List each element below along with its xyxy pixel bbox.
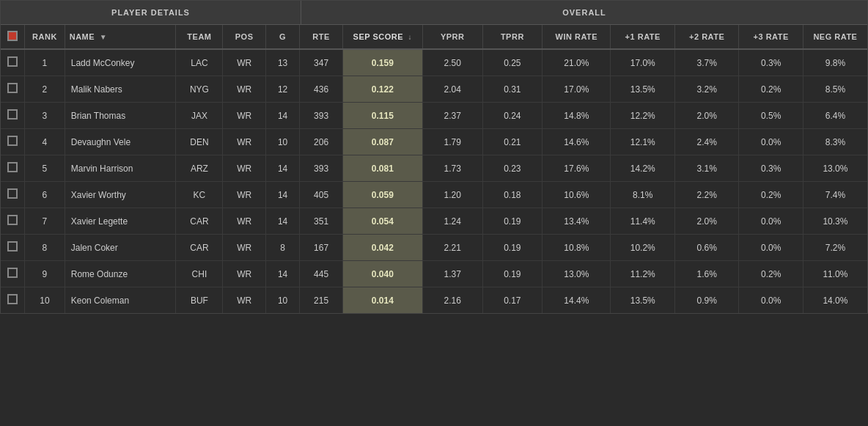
cell-name: Xavier Worthy (65, 182, 176, 208)
cell-name: Jalen Coker (65, 235, 176, 261)
cell-plus1-rate: 13.5% (611, 287, 674, 314)
row-checkbox-cell[interactable] (1, 76, 25, 103)
cell-team: CAR (176, 208, 223, 235)
row-checkbox[interactable] (7, 162, 18, 172)
row-checkbox[interactable] (7, 188, 18, 199)
cell-plus2-rate: 0.6% (674, 235, 738, 261)
cell-plus3-rate: 0.0% (739, 287, 803, 314)
cell-win-rate: 14.4% (542, 287, 611, 314)
select-all-checkbox[interactable] (7, 31, 18, 41)
cell-tprr: 0.23 (482, 155, 542, 182)
cell-pos: WR (223, 155, 265, 182)
row-checkbox[interactable] (7, 241, 18, 251)
header-yprr: YPRR (422, 25, 482, 49)
cell-pos: WR (223, 103, 265, 129)
cell-name: Brian Thomas (65, 103, 176, 129)
cell-plus2-rate: 2.0% (674, 208, 738, 235)
cell-plus1-rate: 8.1% (611, 182, 674, 208)
row-checkbox-cell[interactable] (1, 49, 25, 76)
cell-name: Rome Odunze (65, 261, 176, 287)
cell-rte: 393 (300, 155, 342, 182)
overall-section-header: OVERALL (301, 1, 867, 24)
cell-win-rate: 14.8% (542, 103, 611, 129)
row-checkbox-cell[interactable] (1, 129, 25, 155)
cell-name: Xavier Legette (65, 208, 176, 235)
cell-plus1-rate: 14.2% (611, 155, 674, 182)
table-header-row: Rank Name ▼ Team POS G RTE (1, 25, 867, 49)
row-checkbox[interactable] (7, 294, 18, 304)
cell-win-rate: 17.0% (542, 76, 611, 103)
cell-plus3-rate: 0.2% (739, 182, 803, 208)
cell-win-rate: 21.0% (542, 49, 611, 76)
header-name[interactable]: Name ▼ (65, 25, 176, 49)
cell-win-rate: 13.0% (542, 261, 611, 287)
row-checkbox-cell[interactable] (1, 103, 25, 129)
cell-neg-rate: 14.0% (803, 287, 867, 314)
header-checkbox-cell[interactable] (1, 25, 25, 49)
cell-rte: 393 (300, 103, 342, 129)
header-sep-score[interactable]: SEP SCORE ↓ (342, 25, 422, 49)
header-plus1-rate: +1 Rate (611, 25, 674, 49)
row-checkbox[interactable] (7, 268, 18, 278)
cell-rank: 7 (25, 208, 65, 235)
cell-plus2-rate: 2.2% (674, 182, 738, 208)
header-plus2-rate: +2 Rate (674, 25, 738, 49)
cell-plus3-rate: 0.0% (739, 208, 803, 235)
cell-g: 8 (265, 235, 300, 261)
cell-team: DEN (176, 129, 223, 155)
cell-rank: 8 (25, 235, 65, 261)
cell-name: Keon Coleman (65, 287, 176, 314)
header-tprr: TPRR (482, 25, 542, 49)
cell-team: KC (176, 182, 223, 208)
cell-g: 12 (265, 76, 300, 103)
header-pos: POS (223, 25, 265, 49)
table-row: 7 Xavier Legette CAR WR 14 351 0.054 1.2… (1, 208, 867, 235)
cell-name: Malik Nabers (65, 76, 176, 103)
table-row: 2 Malik Nabers NYG WR 12 436 0.122 2.04 … (1, 76, 867, 103)
cell-win-rate: 17.6% (542, 155, 611, 182)
cell-plus1-rate: 11.4% (611, 208, 674, 235)
cell-plus2-rate: 1.6% (674, 261, 738, 287)
cell-pos: WR (223, 287, 265, 314)
cell-plus3-rate: 0.0% (739, 235, 803, 261)
row-checkbox-cell[interactable] (1, 287, 25, 314)
row-checkbox-cell[interactable] (1, 261, 25, 287)
cell-team: ARZ (176, 155, 223, 182)
cell-rank: 1 (25, 49, 65, 76)
cell-win-rate: 14.6% (542, 129, 611, 155)
cell-plus3-rate: 0.5% (739, 103, 803, 129)
cell-tprr: 0.19 (482, 235, 542, 261)
row-checkbox[interactable] (7, 136, 18, 146)
row-checkbox[interactable] (7, 109, 18, 120)
cell-tprr: 0.31 (482, 76, 542, 103)
cell-neg-rate: 7.4% (803, 182, 867, 208)
table-row: 6 Xavier Worthy KC WR 14 405 0.059 1.20 … (1, 182, 867, 208)
table-body: 1 Ladd McConkey LAC WR 13 347 0.159 2.50… (1, 49, 867, 313)
cell-yprr: 1.37 (422, 261, 482, 287)
header-g: G (265, 25, 300, 49)
cell-neg-rate: 6.4% (803, 103, 867, 129)
cell-neg-rate: 11.0% (803, 261, 867, 287)
row-checkbox-cell[interactable] (1, 208, 25, 235)
cell-tprr: 0.24 (482, 103, 542, 129)
row-checkbox-cell[interactable] (1, 182, 25, 208)
cell-tprr: 0.21 (482, 129, 542, 155)
name-filter-icon[interactable]: ▼ (100, 33, 107, 41)
cell-pos: WR (223, 49, 265, 76)
cell-neg-rate: 8.3% (803, 129, 867, 155)
row-checkbox[interactable] (7, 215, 18, 225)
cell-tprr: 0.19 (482, 208, 542, 235)
table-row: 1 Ladd McConkey LAC WR 13 347 0.159 2.50… (1, 49, 867, 76)
cell-sep-score: 0.040 (342, 261, 422, 287)
table-row: 5 Marvin Harrison ARZ WR 14 393 0.081 1.… (1, 155, 867, 182)
row-checkbox-cell[interactable] (1, 155, 25, 182)
row-checkbox-cell[interactable] (1, 235, 25, 261)
row-checkbox[interactable] (7, 56, 18, 67)
cell-g: 14 (265, 103, 300, 129)
cell-plus2-rate: 3.7% (674, 49, 738, 76)
cell-sep-score: 0.059 (342, 182, 422, 208)
cell-team: JAX (176, 103, 223, 129)
row-checkbox[interactable] (7, 83, 18, 93)
cell-rte: 206 (300, 129, 342, 155)
cell-win-rate: 10.8% (542, 235, 611, 261)
